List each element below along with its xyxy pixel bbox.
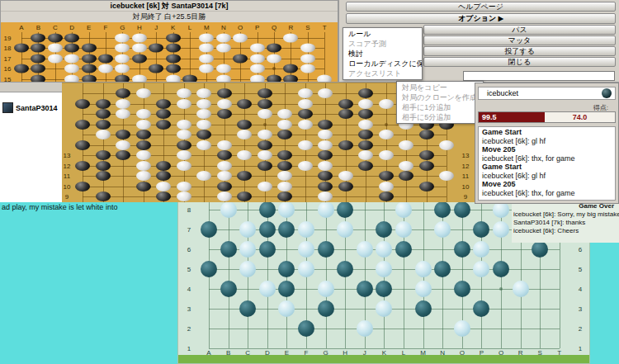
stone-black — [136, 140, 151, 150]
chat-line: SantaP3014 [7k]: thanks — [512, 219, 619, 227]
row-label: 11 — [462, 173, 469, 180]
chat-input[interactable] — [463, 71, 615, 81]
stone-white — [250, 54, 265, 63]
help-page-button[interactable]: ヘルプページ — [346, 2, 616, 12]
score-bar: 99.5 74.0 — [478, 111, 616, 123]
chat-line: icebucket [6k]: Sorry, my big mistake — [512, 210, 619, 219]
stone-white — [239, 241, 256, 258]
stone-black — [532, 241, 548, 258]
stone-black — [278, 221, 295, 238]
stone-white — [166, 74, 181, 82]
stone-white — [250, 64, 265, 73]
close-button[interactable]: 閉じる — [423, 57, 616, 67]
col-label: N — [440, 349, 445, 356]
player-list-row[interactable]: icebucket — [478, 87, 616, 100]
stone-black — [239, 300, 256, 317]
stone-white — [136, 120, 151, 130]
stone-black — [298, 320, 314, 337]
stone-white — [439, 140, 454, 150]
window-title: icebucket [6k] 対 SantaP3014 [7k] — [1, 1, 338, 12]
stone-black — [116, 130, 130, 139]
stone-white — [177, 99, 191, 109]
stone-white — [177, 150, 191, 160]
player-avatar — [2, 102, 13, 113]
menu-item-review[interactable]: 検討 — [343, 49, 422, 59]
desktop-chat-text: ad play, my mistake is let white into — [2, 203, 117, 211]
col-label: A — [206, 349, 210, 356]
resign-button[interactable]: 投了する — [423, 46, 616, 56]
col-label: F — [305, 349, 309, 356]
stone-black — [358, 109, 373, 119]
stone-white — [116, 109, 130, 119]
stone-black — [259, 221, 276, 238]
stone-white — [216, 34, 231, 43]
options-button[interactable]: オプション ▶ — [346, 13, 616, 24]
menu-item-clone-game: 対局のクローンを作成 — [397, 92, 483, 102]
stone-black — [277, 161, 292, 171]
stone-white — [258, 109, 272, 119]
stone-black — [259, 241, 276, 258]
row-label: 16 — [4, 65, 12, 73]
game-chat[interactable]: Game Starticebucket [6k]: gl hfMove 205i… — [478, 126, 616, 201]
undo-button[interactable]: マッタ — [423, 35, 616, 45]
stone-black — [337, 261, 353, 277]
stone-black — [337, 201, 353, 218]
stone-black — [376, 221, 392, 238]
stone-black — [75, 120, 90, 130]
white-score: 99.5 — [479, 112, 545, 122]
menu-item-save-local[interactable]: ローカルディスクに保存 — [343, 59, 422, 69]
stone-black — [166, 34, 181, 43]
col-label: T — [557, 349, 561, 356]
stone-white — [395, 201, 412, 218]
row-label: 4 — [187, 286, 191, 293]
col-label: P — [480, 349, 484, 356]
stone-white — [259, 281, 276, 297]
stone-white — [136, 109, 151, 119]
row-label: 13 — [64, 152, 71, 159]
stone-black — [415, 300, 432, 317]
stone-black — [75, 182, 90, 191]
stone-white — [96, 130, 111, 139]
stone-white — [267, 54, 281, 63]
stone-black — [283, 74, 298, 82]
stone-black — [156, 120, 171, 130]
stone-white — [64, 64, 79, 73]
stone-black — [259, 201, 276, 218]
stone-black — [31, 64, 45, 73]
stone-black — [14, 44, 29, 53]
stone-white — [298, 221, 314, 238]
stone-black — [237, 191, 252, 201]
game-context-menu: ルールスコア予測検討ローカルディスクに保存アクセスリスト — [343, 27, 423, 80]
stone-white — [358, 99, 373, 109]
stone-white — [64, 74, 79, 82]
stone-white — [136, 171, 151, 181]
stone-black — [220, 241, 237, 258]
stone-black — [96, 150, 111, 160]
stone-white — [298, 241, 314, 258]
stone-black — [217, 88, 232, 98]
player-row[interactable]: SantaP3014 — [0, 92, 62, 113]
stone-white — [132, 74, 147, 82]
row-label: 6 — [579, 246, 582, 253]
stone-black — [31, 54, 45, 63]
col-label: J — [363, 349, 366, 356]
stone-white — [237, 130, 252, 139]
stone-black — [318, 241, 334, 258]
col-label: K — [171, 24, 175, 31]
stone-black — [237, 171, 252, 181]
stone-black — [217, 109, 232, 119]
go-board-top[interactable]: ABCDEFGHJKLMNOPQRST1918171615 — [1, 22, 338, 82]
stone-white — [379, 150, 394, 160]
stone-black — [338, 99, 353, 109]
stone-white — [439, 171, 454, 181]
pass-button[interactable]: パス — [423, 25, 616, 35]
stone-white — [196, 99, 211, 109]
row-label: 9 — [464, 193, 467, 201]
stone-white — [300, 64, 315, 73]
menu-item-add-1min: 相手に1分追加 — [397, 102, 483, 112]
col-label: R — [289, 24, 294, 31]
stone-black — [166, 64, 181, 73]
menu-item-rules[interactable]: ルール — [343, 29, 422, 39]
stone-black — [96, 191, 111, 201]
stone-white — [318, 140, 333, 150]
